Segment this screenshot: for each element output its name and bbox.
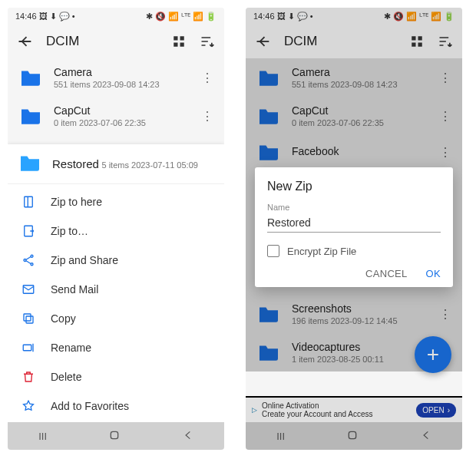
view-grid-icon[interactable]	[410, 34, 424, 49]
new-zip-dialog: New Zip Name Encrypt Zip File CANCEL OK	[255, 167, 453, 287]
item-name: Facebook	[292, 145, 428, 157]
nav-home-icon[interactable]	[346, 429, 359, 444]
menu-zip-share[interactable]: Zip and Share	[8, 246, 224, 275]
item-name: Videocaptures	[292, 341, 428, 353]
more-icon[interactable]: ⋮	[439, 307, 453, 322]
trash-icon	[20, 370, 37, 384]
folder-list: Camera 551 items 2023-09-08 14:23 ⋮ CapC…	[8, 58, 224, 135]
svg-rect-1	[180, 36, 184, 40]
status-right: ✱ 🔇 📶 ᴸᵀᴱ 📶 🔋	[146, 12, 217, 21]
nav-back-icon[interactable]	[421, 430, 431, 443]
list-item[interactable]: Screenshots196 items 2023-09-12 14:45 ⋮	[246, 295, 462, 333]
chevron-right-icon: ›	[448, 406, 450, 414]
status-bar: 14:46 🖼 ⬇ 💬 • ✱ 🔇 📶 ᴸᵀᴱ 📶 🔋	[246, 8, 462, 25]
svg-rect-11	[24, 314, 31, 321]
menu-rename[interactable]: Rename	[8, 333, 224, 362]
list-item[interactable]: Camera551 items 2023-09-08 14:23 ⋮	[246, 58, 462, 97]
menu-label: Add to Favorites	[51, 400, 129, 412]
menu-zip-to[interactable]: Zip to…	[8, 216, 224, 246]
list-item[interactable]: Facebook ⋮	[246, 135, 462, 169]
app-bar: DCIM	[246, 25, 462, 58]
menu-zip-here[interactable]: Zip to here	[8, 187, 224, 216]
folder-icon	[18, 68, 43, 87]
ok-button[interactable]: OK	[426, 268, 441, 279]
more-icon[interactable]: ⋮	[439, 145, 453, 160]
nav-recents-icon[interactable]: III	[38, 431, 47, 442]
menu-label: Zip and Share	[51, 254, 118, 266]
item-sub: 196 items 2023-09-12 14:45	[292, 316, 428, 325]
view-grid-icon[interactable]	[172, 34, 186, 49]
nav-bar: III	[246, 422, 462, 450]
menu-copy[interactable]: Copy	[8, 304, 224, 333]
nav-home-icon[interactable]	[108, 429, 121, 444]
menu-send-mail[interactable]: Send Mail	[8, 275, 224, 304]
item-sub: 1 item 2023-08-25 00:11	[292, 355, 428, 364]
svg-point-8	[31, 263, 33, 266]
selected-folder: Restored 5 items 2023-07-11 05:09	[8, 144, 224, 184]
svg-rect-16	[418, 36, 422, 40]
context-menu: Zip to here Zip to… Zip and Share Send M…	[8, 184, 224, 450]
folder-icon	[256, 68, 281, 87]
menu-label: Rename	[51, 342, 91, 354]
svg-rect-0	[174, 36, 177, 40]
nav-recents-icon[interactable]: III	[276, 431, 285, 442]
svg-rect-18	[418, 43, 422, 47]
star-icon	[20, 399, 37, 413]
more-icon[interactable]: ⋮	[201, 109, 215, 124]
svg-rect-3	[180, 43, 184, 47]
svg-rect-12	[23, 345, 31, 351]
folder-icon	[256, 107, 281, 125]
svg-rect-4	[25, 196, 33, 207]
page-title: DCIM	[284, 34, 396, 49]
rename-icon	[20, 341, 37, 355]
status-time: 14:46 🖼 ⬇ 💬 •	[15, 12, 75, 21]
menu-label: Zip to here	[51, 196, 102, 208]
list-item[interactable]: CapCut0 item 2023-07-06 22:35 ⋮	[246, 97, 462, 135]
menu-label: Copy	[51, 312, 76, 325]
menu-label: Send Mail	[51, 283, 98, 296]
svg-point-7	[31, 255, 33, 257]
ad-open-button[interactable]: OPEN ›	[416, 403, 456, 418]
fab-add[interactable]: +	[415, 336, 451, 373]
list-item[interactable]: Camera 551 items 2023-09-08 14:23 ⋮	[8, 58, 224, 97]
phone-left: 14:46 🖼 ⬇ 💬 • ✱ 🔇 📶 ᴸᵀᴱ 📶 🔋 DCIM Camera …	[8, 8, 224, 450]
menu-label: Zip to…	[51, 225, 88, 237]
svg-rect-19	[349, 431, 356, 438]
list-item[interactable]: CapCut 0 item 2023-07-06 22:35 ⋮	[8, 97, 224, 135]
phone-right: 14:46 🖼 ⬇ 💬 • ✱ 🔇 📶 ᴸᵀᴱ 📶 🔋 DCIM Camera5…	[246, 8, 462, 450]
ad-choices-icon[interactable]: ▷	[252, 406, 257, 414]
more-icon[interactable]: ⋮	[439, 71, 453, 85]
menu-add-favorites[interactable]: Add to Favorites	[8, 391, 224, 421]
encrypt-row[interactable]: Encrypt Zip File	[267, 245, 441, 257]
back-icon[interactable]	[17, 34, 32, 49]
name-label: Name	[267, 203, 441, 212]
svg-rect-14	[111, 431, 118, 438]
more-icon[interactable]: ⋮	[201, 71, 215, 85]
mail-icon	[20, 282, 37, 296]
selected-sub: 5 items 2023-07-11 05:09	[102, 160, 198, 170]
app-bar: DCIM	[8, 25, 224, 58]
ad-banner[interactable]: ▷ Online ActivationCreate your Account a…	[246, 396, 462, 422]
sort-icon[interactable]	[438, 34, 453, 49]
back-icon[interactable]	[255, 34, 270, 49]
ad-text: Online ActivationCreate your Account and…	[262, 401, 412, 418]
item-sub: 0 item 2023-07-06 22:35	[54, 118, 190, 127]
zip-name-input[interactable]	[267, 213, 441, 233]
menu-delete[interactable]: Delete	[8, 362, 224, 391]
svg-point-6	[24, 259, 26, 262]
encrypt-checkbox[interactable]	[267, 245, 279, 257]
more-icon[interactable]: ⋮	[439, 109, 453, 124]
encrypt-label: Encrypt Zip File	[287, 246, 356, 257]
svg-rect-15	[412, 36, 415, 40]
nav-bar: III	[8, 422, 224, 450]
item-sub: 551 items 2023-09-08 14:23	[54, 80, 190, 89]
item-name: CapCut	[292, 104, 428, 117]
folder-icon	[18, 154, 41, 174]
item-name: CapCut	[54, 104, 190, 117]
status-right: ✱ 🔇 📶 ᴸᵀᴱ 📶 🔋	[384, 12, 455, 21]
cancel-button[interactable]: CANCEL	[365, 268, 408, 279]
plus-icon: +	[427, 342, 439, 367]
sort-icon[interactable]	[200, 34, 215, 49]
nav-back-icon[interactable]	[183, 430, 193, 443]
folder-icon	[256, 343, 281, 362]
